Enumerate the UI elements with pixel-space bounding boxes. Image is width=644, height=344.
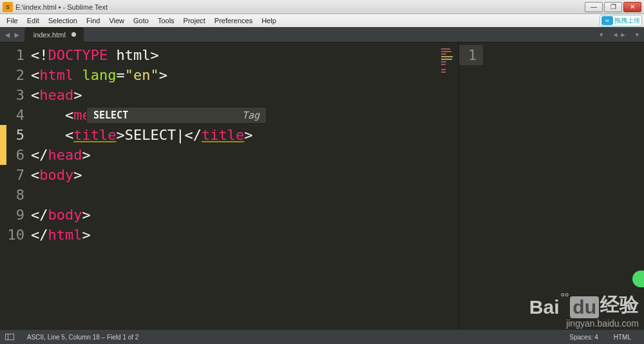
editor-pane-1[interactable]: 12345678910 <!DOCTYPE html> <html lang="…: [0, 43, 459, 341]
minimize-button[interactable]: —: [585, 2, 603, 12]
close-button[interactable]: ✕: [623, 2, 641, 12]
menu-tools[interactable]: Tools: [154, 15, 178, 26]
menu-view[interactable]: View: [105, 15, 128, 26]
cloud-icon: ∞: [601, 16, 613, 25]
editor-area: 12345678910 <!DOCTYPE html> <html lang="…: [0, 43, 644, 341]
dropdown-icon-2[interactable]: ▼: [636, 32, 639, 38]
status-position[interactable]: ASCII, Line 5, Column 18 – Field 1 of 2: [19, 334, 146, 341]
window-titlebar: S E:\index.html • - Sublime Text — ❐ ✕: [0, 0, 644, 14]
line-gutter: 12345678910: [0, 43, 31, 341]
upload-badge[interactable]: ∞ 拖拽上传: [600, 15, 642, 26]
panel-icon[interactable]: [5, 334, 14, 340]
tab-label: index.html: [33, 31, 66, 39]
editor-pane-2[interactable]: [483, 43, 644, 341]
status-spaces[interactable]: Spaces: 4: [562, 334, 605, 341]
popup-kind: Tag: [242, 110, 260, 121]
menu-project[interactable]: Project: [180, 15, 209, 26]
menu-file[interactable]: File: [3, 15, 22, 26]
tab-strip: ◀ ▶ index.html ▼ ◀ ▶ ▼: [0, 27, 644, 43]
app-icon: S: [3, 2, 13, 12]
unsaved-dot-icon: [71, 32, 76, 37]
maximize-button[interactable]: ❐: [604, 2, 622, 12]
menu-selection[interactable]: Selection: [44, 15, 81, 26]
line-gutter-2: 1: [459, 43, 483, 341]
menu-goto[interactable]: Goto: [129, 15, 153, 26]
dropdown-icon[interactable]: ▼: [600, 32, 603, 38]
menu-edit[interactable]: Edit: [23, 15, 43, 26]
status-lang[interactable]: HTML: [606, 334, 639, 341]
menu-help[interactable]: Help: [258, 15, 280, 26]
modified-marker: [0, 125, 6, 165]
window-title: E:\index.html • - Sublime Text: [15, 3, 583, 11]
nav-arrows-right[interactable]: ◀ ▶: [614, 31, 625, 38]
autocomplete-popup[interactable]: SELECT Tag: [86, 107, 267, 124]
status-bar: ASCII, Line 5, Column 18 – Field 1 of 2 …: [0, 330, 644, 344]
menu-bar: File Edit Selection Find View Goto Tools…: [0, 14, 644, 27]
badge-text: 拖拽上传: [614, 16, 640, 25]
popup-suggestion: SELECT: [93, 110, 128, 121]
tab-index[interactable]: index.html: [24, 27, 84, 43]
code-content[interactable]: <!DOCTYPE html> <html lang="en"> <head> …: [31, 43, 459, 341]
nav-arrows-left[interactable]: ◀ ▶: [0, 30, 24, 39]
minimap[interactable]: [440, 46, 455, 70]
menu-find[interactable]: Find: [82, 15, 104, 26]
menu-preferences[interactable]: Preferences: [211, 15, 256, 26]
